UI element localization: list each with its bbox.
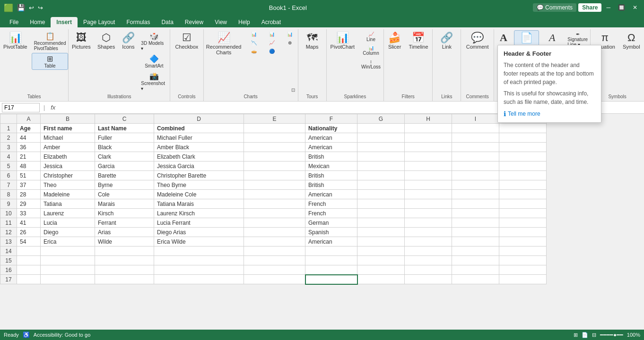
cell-r8-c7[interactable] xyxy=(357,190,405,199)
row-header-13[interactable]: 13 xyxy=(0,237,17,246)
cell-r15-c7[interactable] xyxy=(357,256,405,265)
cell-r10-c9[interactable] xyxy=(452,209,499,218)
tab-help[interactable]: Help xyxy=(233,17,256,27)
cell-r9-c7[interactable] xyxy=(357,199,405,209)
row-header-15[interactable]: 15 xyxy=(0,256,17,265)
cell-r8-c10[interactable] xyxy=(499,190,547,199)
cell-r2-c8[interactable] xyxy=(405,133,452,143)
row-header-14[interactable]: 14 xyxy=(0,246,17,256)
cell-r5-c1[interactable]: 48 xyxy=(17,162,41,171)
cell-r8-c2[interactable]: Madeleine xyxy=(41,190,95,199)
col-header-i[interactable]: I xyxy=(452,114,499,124)
cell-r15-c10[interactable] xyxy=(499,256,547,265)
cell-r1-c2[interactable]: First name xyxy=(41,124,95,133)
col-header-c[interactable]: C xyxy=(95,114,154,124)
cell-r6-c1[interactable]: 51 xyxy=(17,171,41,180)
cell-r4-c1[interactable]: 21 xyxy=(17,152,41,162)
cell-r14-c3[interactable] xyxy=(95,246,154,256)
cell-r16-c6[interactable] xyxy=(305,265,357,275)
cell-r16-c1[interactable] xyxy=(17,265,41,275)
cell-r4-c5[interactable] xyxy=(244,152,305,162)
cell-r12-c5[interactable] xyxy=(244,228,305,237)
page-layout-view-icon[interactable]: 📄 xyxy=(582,332,588,338)
cell-r15-c8[interactable] xyxy=(405,256,452,265)
cell-r3-c3[interactable]: Black xyxy=(95,143,154,152)
cell-r5-c6[interactable]: Mexican xyxy=(305,162,357,171)
share-button[interactable]: Share xyxy=(578,3,601,12)
cell-r12-c9[interactable] xyxy=(452,228,499,237)
table-button[interactable]: ⊞ Table xyxy=(32,53,69,70)
cell-r12-c8[interactable] xyxy=(405,228,452,237)
cell-r3-c8[interactable] xyxy=(405,143,452,152)
3d-models-button[interactable]: 🎲 3D Models ▾ xyxy=(139,30,169,52)
cell-r5-c7[interactable] xyxy=(357,162,405,171)
cell-r13-c4[interactable]: Erica Wilde xyxy=(154,237,244,246)
col-header-b[interactable]: B xyxy=(41,114,95,124)
cell-r10-c8[interactable] xyxy=(405,209,452,218)
col-header-a[interactable]: A xyxy=(17,114,41,124)
cell-r16-c2[interactable] xyxy=(41,265,95,275)
cell-r15-c3[interactable] xyxy=(95,256,154,265)
cell-r10-c6[interactable]: French xyxy=(305,209,357,218)
cell-r14-c6[interactable] xyxy=(305,246,357,256)
row-header-2[interactable]: 2 xyxy=(0,133,17,143)
cell-r6-c9[interactable] xyxy=(452,171,499,180)
row-header-4[interactable]: 4 xyxy=(0,152,17,162)
cell-r7-c1[interactable]: 37 xyxy=(17,180,41,190)
cell-r4-c7[interactable] xyxy=(357,152,405,162)
smartart-button[interactable]: 🔷 SmartArt xyxy=(139,53,169,70)
row-header-5[interactable]: 5 xyxy=(0,162,17,171)
comments-button[interactable]: 💬 Comments xyxy=(533,3,576,12)
cell-r9-c4[interactable]: Tatiana Marais xyxy=(154,199,244,209)
cell-r6-c8[interactable] xyxy=(405,171,452,180)
cell-r1-c8[interactable] xyxy=(405,124,452,133)
close-button[interactable]: ✕ xyxy=(630,4,640,11)
scatter-chart-button[interactable]: 🔵 xyxy=(263,47,280,55)
cell-r1-c6[interactable]: Nationality xyxy=(305,124,357,133)
cell-r12-c3[interactable]: Arias xyxy=(95,228,154,237)
cell-r10-c10[interactable] xyxy=(499,209,547,218)
cell-r9-c2[interactable]: Tatiana xyxy=(41,199,95,209)
col-header-h[interactable]: H xyxy=(405,114,452,124)
cell-r11-c6[interactable]: German xyxy=(305,218,357,228)
tab-insert[interactable]: Insert xyxy=(51,17,78,27)
cell-r13-c3[interactable]: Wilde xyxy=(95,237,154,246)
cell-r2-c9[interactable] xyxy=(452,133,499,143)
cell-r13-c1[interactable]: 54 xyxy=(17,237,41,246)
tab-review[interactable]: Review xyxy=(179,17,209,27)
cell-r7-c6[interactable]: British xyxy=(305,180,357,190)
quick-access-redo[interactable]: ↪ xyxy=(38,4,43,11)
waterfall-chart-button[interactable]: 📊 xyxy=(281,30,298,38)
recommended-pivot-button[interactable]: 📋 RecommendedPivotTables xyxy=(32,30,69,52)
cell-r13-c6[interactable]: American xyxy=(305,237,357,246)
cell-r16-c4[interactable] xyxy=(154,265,244,275)
cell-r15-c1[interactable] xyxy=(17,256,41,265)
cell-r16-c9[interactable] xyxy=(452,265,499,275)
cell-r7-c5[interactable] xyxy=(244,180,305,190)
cell-r11-c4[interactable]: Lucia Ferrant xyxy=(154,218,244,228)
cell-r7-c4[interactable]: Theo Byrne xyxy=(154,180,244,190)
cell-r8-c5[interactable] xyxy=(244,190,305,199)
quick-access-save[interactable]: 💾 xyxy=(17,4,25,11)
cell-r13-c2[interactable]: Erica xyxy=(41,237,95,246)
cell-r3-c7[interactable] xyxy=(357,143,405,152)
cell-r15-c9[interactable] xyxy=(452,256,499,265)
pie-chart-button[interactable]: 🥧 xyxy=(245,47,262,55)
cell-r13-c7[interactable] xyxy=(357,237,405,246)
cell-r6-c10[interactable] xyxy=(499,171,547,180)
cell-r2-c7[interactable] xyxy=(357,133,405,143)
cell-r14-c9[interactable] xyxy=(452,246,499,256)
cell-r11-c3[interactable]: Ferrant xyxy=(95,218,154,228)
quick-access-undo[interactable]: ↩ xyxy=(29,4,34,11)
cell-r7-c8[interactable] xyxy=(405,180,452,190)
more-charts-button[interactable]: ⊕ xyxy=(281,39,298,47)
recommended-charts-button[interactable]: 📈 RecommendedCharts xyxy=(203,30,245,58)
cell-r6-c5[interactable] xyxy=(244,171,305,180)
maximize-button[interactable]: 🔲 xyxy=(615,4,628,11)
cell-r11-c10[interactable] xyxy=(499,218,547,228)
link-button[interactable]: 🔗 Link xyxy=(437,30,456,52)
cell-r10-c4[interactable]: Laurenz Kirsch xyxy=(154,209,244,218)
cell-r4-c6[interactable]: British xyxy=(305,152,357,162)
cell-r1-c7[interactable] xyxy=(357,124,405,133)
cell-r11-c9[interactable] xyxy=(452,218,499,228)
